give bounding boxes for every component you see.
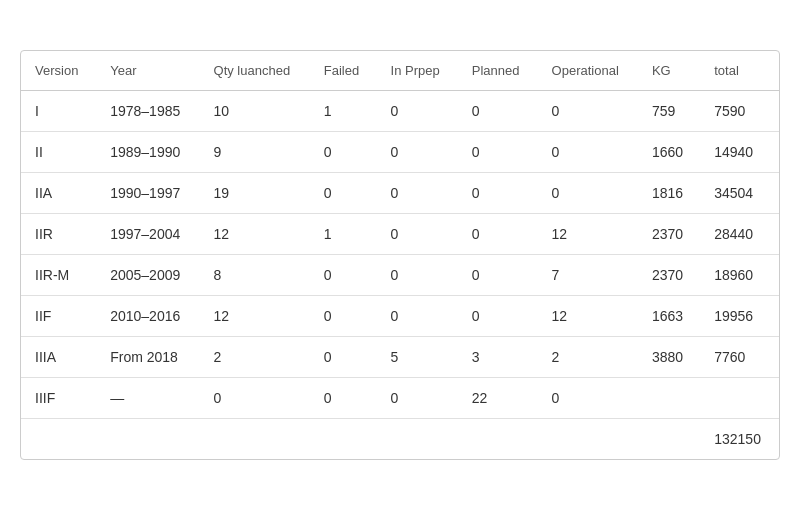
col-header-year: Year	[96, 51, 199, 91]
table-row: IIR-M2005–200980007237018960	[21, 254, 779, 295]
grand-total-value: 132150	[700, 418, 779, 459]
grand-total-empty-5	[458, 418, 538, 459]
cell-version: IIIF	[21, 377, 96, 418]
cell-operational: 7	[538, 254, 638, 295]
cell-version: IIIA	[21, 336, 96, 377]
grand-total-empty-0	[21, 418, 96, 459]
cell-operational: 2	[538, 336, 638, 377]
cell-failed: 1	[310, 213, 377, 254]
cell-version: IIF	[21, 295, 96, 336]
cell-failed: 0	[310, 336, 377, 377]
cell-planned: 22	[458, 377, 538, 418]
cell-failed: 0	[310, 254, 377, 295]
cell-operational: 12	[538, 213, 638, 254]
cell-qty_launched: 9	[200, 131, 310, 172]
grand-total-empty-3	[310, 418, 377, 459]
cell-in_prep: 0	[377, 213, 458, 254]
cell-qty_launched: 0	[200, 377, 310, 418]
col-header-total: total	[700, 51, 779, 91]
table-row: II1989–199090000166014940	[21, 131, 779, 172]
cell-in_prep: 0	[377, 131, 458, 172]
cell-total	[700, 377, 779, 418]
cell-planned: 0	[458, 254, 538, 295]
cell-year: —	[96, 377, 199, 418]
table-row: IIF2010–20161200012166319956	[21, 295, 779, 336]
col-header-failed: Failed	[310, 51, 377, 91]
cell-total: 28440	[700, 213, 779, 254]
cell-kg: 1660	[638, 131, 700, 172]
cell-failed: 0	[310, 377, 377, 418]
cell-qty_launched: 8	[200, 254, 310, 295]
cell-kg: 1816	[638, 172, 700, 213]
cell-year: 1989–1990	[96, 131, 199, 172]
cell-failed: 0	[310, 131, 377, 172]
cell-kg: 1663	[638, 295, 700, 336]
grand-total-empty-4	[377, 418, 458, 459]
cell-in_prep: 0	[377, 377, 458, 418]
cell-year: 1997–2004	[96, 213, 199, 254]
grand-total-row: 132150	[21, 418, 779, 459]
cell-version: II	[21, 131, 96, 172]
cell-kg: 2370	[638, 213, 700, 254]
cell-operational: 0	[538, 90, 638, 131]
table-header-row: Version Year Qty luanched Failed In Prpe…	[21, 51, 779, 91]
cell-version: I	[21, 90, 96, 131]
table-row: I1978–19851010007597590	[21, 90, 779, 131]
main-table-container: Version Year Qty luanched Failed In Prpe…	[20, 50, 780, 460]
cell-year: From 2018	[96, 336, 199, 377]
col-header-qty-launched: Qty luanched	[200, 51, 310, 91]
cell-failed: 0	[310, 295, 377, 336]
cell-in_prep: 0	[377, 254, 458, 295]
table-row: IIR1997–20041210012237028440	[21, 213, 779, 254]
cell-total: 19956	[700, 295, 779, 336]
cell-total: 7760	[700, 336, 779, 377]
cell-planned: 0	[458, 131, 538, 172]
grand-total-empty-6	[538, 418, 638, 459]
cell-operational: 0	[538, 131, 638, 172]
cell-kg: 759	[638, 90, 700, 131]
col-header-version: Version	[21, 51, 96, 91]
cell-planned: 0	[458, 172, 538, 213]
cell-total: 18960	[700, 254, 779, 295]
col-header-in-prep: In Prpep	[377, 51, 458, 91]
grand-total-empty-1	[96, 418, 199, 459]
table-row: IIIF—000220	[21, 377, 779, 418]
data-table: Version Year Qty luanched Failed In Prpe…	[21, 51, 779, 459]
cell-year: 2010–2016	[96, 295, 199, 336]
cell-operational: 0	[538, 377, 638, 418]
cell-operational: 12	[538, 295, 638, 336]
col-header-kg: KG	[638, 51, 700, 91]
grand-total-empty-7	[638, 418, 700, 459]
cell-qty_launched: 12	[200, 295, 310, 336]
cell-version: IIR-M	[21, 254, 96, 295]
cell-total: 34504	[700, 172, 779, 213]
cell-version: IIA	[21, 172, 96, 213]
cell-failed: 1	[310, 90, 377, 131]
table-row: IIIAFrom 20182053238807760	[21, 336, 779, 377]
grand-total-empty-2	[200, 418, 310, 459]
cell-version: IIR	[21, 213, 96, 254]
cell-in_prep: 0	[377, 90, 458, 131]
col-header-operational: Operational	[538, 51, 638, 91]
cell-kg: 3880	[638, 336, 700, 377]
cell-kg	[638, 377, 700, 418]
cell-total: 7590	[700, 90, 779, 131]
cell-qty_launched: 10	[200, 90, 310, 131]
cell-in_prep: 0	[377, 295, 458, 336]
cell-planned: 0	[458, 295, 538, 336]
cell-in_prep: 0	[377, 172, 458, 213]
cell-planned: 0	[458, 213, 538, 254]
cell-operational: 0	[538, 172, 638, 213]
cell-qty_launched: 12	[200, 213, 310, 254]
cell-planned: 0	[458, 90, 538, 131]
col-header-planned: Planned	[458, 51, 538, 91]
cell-total: 14940	[700, 131, 779, 172]
cell-qty_launched: 2	[200, 336, 310, 377]
cell-kg: 2370	[638, 254, 700, 295]
table-row: IIA1990–1997190000181634504	[21, 172, 779, 213]
cell-year: 1990–1997	[96, 172, 199, 213]
cell-in_prep: 5	[377, 336, 458, 377]
cell-qty_launched: 19	[200, 172, 310, 213]
cell-year: 1978–1985	[96, 90, 199, 131]
cell-year: 2005–2009	[96, 254, 199, 295]
